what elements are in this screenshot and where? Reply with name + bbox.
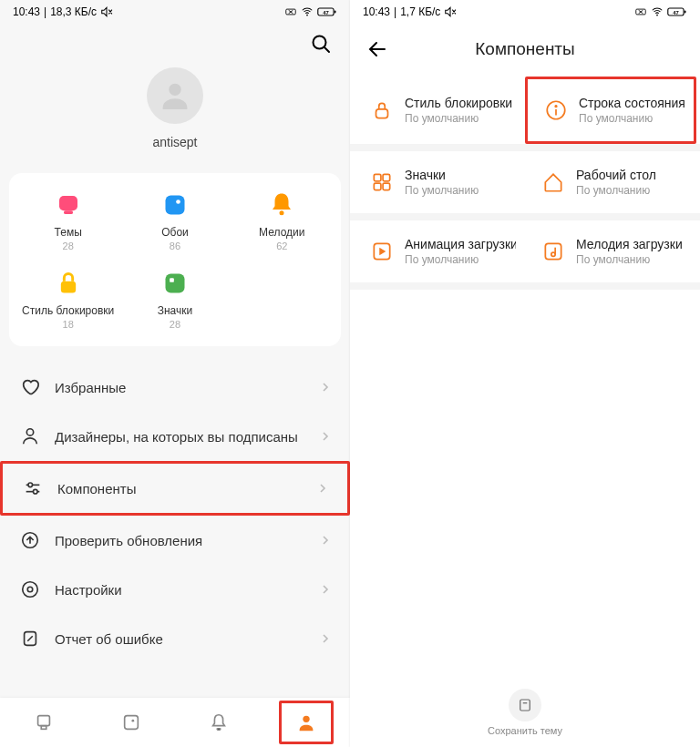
svg-point-49 bbox=[551, 252, 555, 256]
header: Компоненты bbox=[350, 24, 700, 77]
svg-text:47: 47 bbox=[323, 10, 329, 15]
svg-point-35 bbox=[656, 15, 658, 16]
svg-rect-17 bbox=[170, 278, 174, 282]
comp-sub: По умолчанию bbox=[579, 112, 685, 125]
music-icon bbox=[541, 240, 565, 263]
svg-point-24 bbox=[23, 582, 38, 598]
menu-favorites[interactable]: Избранные bbox=[0, 363, 350, 412]
tab-themes[interactable] bbox=[0, 698, 88, 747]
update-icon bbox=[20, 530, 40, 550]
comp-sub: По умолчанию bbox=[405, 253, 516, 266]
components-grid: Стиль блокировкиПо умолчанию Строка сост… bbox=[350, 77, 700, 144]
heart-icon bbox=[20, 377, 40, 397]
cat-count: 86 bbox=[121, 240, 228, 251]
dnd-icon bbox=[284, 5, 297, 18]
chevron-right-icon bbox=[321, 432, 330, 441]
profile-block[interactable]: antisept bbox=[0, 58, 350, 166]
tab-ringtones[interactable] bbox=[175, 698, 262, 747]
mute-icon bbox=[444, 5, 457, 18]
status-sep: | bbox=[394, 5, 396, 18]
highlight-box bbox=[279, 701, 334, 744]
lock-icon bbox=[53, 268, 84, 299]
menu-label: Дизайнеры, на которых вы подписаны bbox=[55, 429, 321, 445]
cat-ringtones[interactable]: Мелодии 62 bbox=[229, 189, 335, 251]
svg-point-9 bbox=[169, 84, 180, 96]
status-net: 18,3 КБ/с bbox=[50, 5, 97, 18]
info-icon bbox=[544, 98, 568, 122]
status-time: 10:43 bbox=[363, 5, 390, 18]
chevron-right-icon bbox=[321, 585, 330, 594]
cat-count: 62 bbox=[229, 240, 335, 251]
comp-title: Рабочий стол bbox=[576, 168, 687, 182]
svg-rect-44 bbox=[383, 174, 390, 181]
bottom-tabbar bbox=[0, 698, 350, 747]
comp-bootsound[interactable]: Мелодия загрузкиПо умолчанию bbox=[525, 220, 696, 282]
comp-desktop[interactable]: Рабочий столПо умолчанию bbox=[525, 151, 696, 213]
stats-card: Темы 28 Обои 86 Мелодии 62 Стиль блокиро… bbox=[9, 173, 341, 346]
svg-rect-43 bbox=[374, 174, 381, 181]
ringtones-icon bbox=[266, 189, 297, 220]
dnd-icon bbox=[634, 5, 647, 18]
report-icon bbox=[20, 629, 40, 649]
save-theme-button[interactable]: Сохранить тему bbox=[488, 689, 562, 736]
cat-icons[interactable]: Значки 28 bbox=[121, 268, 228, 330]
gear-icon bbox=[20, 579, 40, 599]
themes-icon bbox=[53, 189, 84, 220]
comp-title: Строка состояния bbox=[579, 96, 685, 110]
chevron-right-icon bbox=[318, 484, 327, 493]
status-time: 10:43 bbox=[13, 5, 40, 18]
svg-rect-10 bbox=[59, 196, 77, 210]
tab-profile[interactable] bbox=[262, 698, 350, 747]
cat-label: Значки bbox=[121, 304, 228, 317]
tab-wallpapers[interactable] bbox=[88, 698, 175, 747]
cat-label: Стиль блокировки bbox=[15, 304, 121, 317]
svg-rect-11 bbox=[64, 210, 73, 214]
separator bbox=[350, 144, 700, 151]
chevron-right-icon bbox=[321, 383, 330, 392]
svg-rect-12 bbox=[165, 196, 184, 215]
svg-rect-16 bbox=[165, 274, 184, 293]
cat-themes[interactable]: Темы 28 bbox=[15, 189, 121, 251]
svg-rect-28 bbox=[41, 726, 46, 730]
save-icon bbox=[509, 689, 541, 721]
comp-statusbar[interactable]: Строка состоянияПо умолчанию bbox=[525, 77, 696, 144]
comp-bootanim[interactable]: Анимация загрузкиПо умолчанию bbox=[354, 220, 525, 282]
separator bbox=[350, 213, 700, 220]
cat-wallpapers[interactable]: Обои 86 bbox=[121, 189, 228, 251]
comp-icons[interactable]: ЗначкиПо умолчанию bbox=[354, 151, 525, 213]
cat-label: Обои bbox=[121, 226, 228, 239]
battery-icon: 47 bbox=[317, 5, 337, 18]
menu-updates[interactable]: Проверить обновления bbox=[0, 516, 350, 565]
menu-components[interactable]: Компоненты bbox=[0, 461, 350, 516]
lock-icon bbox=[370, 98, 394, 122]
home-icon bbox=[541, 170, 565, 194]
menu-designers[interactable]: Дизайнеры, на которых вы подписаны bbox=[0, 412, 350, 461]
comp-title: Мелодия загрузки bbox=[576, 237, 687, 251]
svg-point-20 bbox=[28, 483, 33, 487]
menu-settings[interactable]: Настройки bbox=[0, 565, 350, 614]
comp-lockstyle[interactable]: Стиль блокировкиПо умолчанию bbox=[354, 77, 525, 144]
svg-point-22 bbox=[33, 489, 37, 494]
svg-rect-27 bbox=[38, 716, 50, 726]
menu-label: Настройки bbox=[55, 582, 321, 598]
menu-list: Избранные Дизайнеры, на которых вы подпи… bbox=[0, 353, 350, 672]
svg-point-25 bbox=[27, 587, 33, 592]
profile-screen: 10:43 | 18,3 КБ/с 47 antisept Темы 28 bbox=[0, 0, 350, 747]
cat-count: 28 bbox=[121, 319, 228, 330]
svg-point-14 bbox=[280, 210, 284, 215]
cat-count: 18 bbox=[15, 319, 121, 330]
svg-rect-5 bbox=[335, 10, 336, 13]
cat-lockstyle[interactable]: Стиль блокировки 18 bbox=[15, 268, 121, 330]
svg-line-8 bbox=[324, 47, 329, 52]
svg-text:47: 47 bbox=[673, 10, 679, 15]
battery-icon: 47 bbox=[667, 5, 687, 18]
save-bar: Сохранить тему bbox=[350, 689, 700, 736]
search-icon[interactable] bbox=[310, 33, 332, 55]
sliders-icon bbox=[23, 478, 43, 498]
menu-report[interactable]: Отчет об ошибке bbox=[0, 614, 350, 663]
person-icon bbox=[20, 426, 40, 446]
svg-point-41 bbox=[555, 106, 557, 107]
svg-point-3 bbox=[306, 15, 308, 16]
back-icon[interactable] bbox=[366, 38, 388, 60]
svg-rect-50 bbox=[520, 700, 530, 711]
